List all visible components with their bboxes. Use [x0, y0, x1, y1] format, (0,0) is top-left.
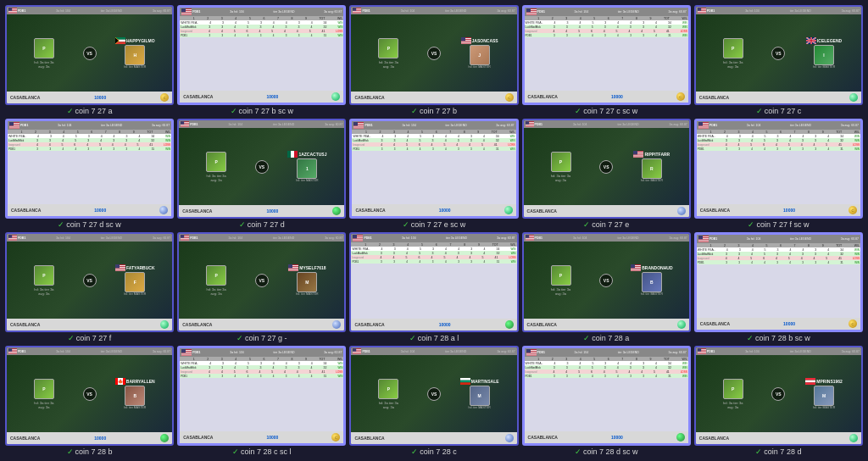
- svg-rect-93: [8, 240, 17, 241]
- card-label: ✓coin 7 27 e sc w: [403, 220, 466, 229]
- svg-rect-117: [353, 241, 363, 242]
- svg-rect-124: [526, 235, 529, 238]
- svg-rect-99: [115, 270, 125, 271]
- card-item[interactable]: PDB1 3a hd: 104 tier 3a LEGEND 3a avg: 6…: [5, 346, 174, 456]
- course-link[interactable]: 10000: [783, 321, 795, 326]
- card-item[interactable]: PDB1 3a hd: 104 tier 3a LEGEND 3a avg: 6…: [177, 119, 346, 229]
- card-item[interactable]: PDB1 3a hd: 104tier 3a LEGEND3a avg: 60.…: [694, 232, 863, 342]
- svg-rect-86: [698, 126, 709, 127]
- svg-rect-98: [115, 269, 125, 269]
- course-link[interactable]: 10000: [439, 322, 451, 327]
- svg-rect-54: [9, 128, 19, 129]
- card-item[interactable]: PDB1 3a hd: 104 tier 3a LEGEND 3a avg: 6…: [5, 232, 174, 342]
- svg-rect-128: [631, 269, 641, 269]
- card-label: ✓coin 7 27 d: [239, 220, 285, 229]
- label-text: coin 7 27 c sc w: [583, 107, 637, 115]
- course-link[interactable]: 10000: [783, 208, 795, 213]
- svg-rect-26: [461, 42, 471, 42]
- card-item[interactable]: PDB1 3a hd: 104 tier 3a LEGEND 3a avg: 6…: [694, 346, 863, 456]
- card-item[interactable]: PDB1 3a hd: 104tier 3a LEGEND3a avg: 60.…: [349, 119, 518, 229]
- svg-rect-69: [353, 128, 364, 129]
- svg-rect-64: [294, 151, 298, 158]
- check-icon: ✓: [583, 220, 590, 229]
- card-item[interactable]: PDB1 3a hd: 104tier 3a LEGEND3a avg: 60.…: [177, 5, 346, 115]
- card-item[interactable]: PDB1 3a hd: 104 tier 3a LEGEND 3a avg: 6…: [5, 5, 174, 115]
- svg-rect-118: [353, 235, 357, 238]
- card-item[interactable]: PDB1 3a hd: 104tier 3a LEGEND3a avg: 60.…: [177, 346, 346, 456]
- label-text: coin 7 28 d sc w: [583, 447, 638, 456]
- svg-rect-75: [526, 126, 534, 127]
- card-item[interactable]: PDB1 3a hd: 104 tier 3a LEGEND 3a avg: 6…: [349, 5, 518, 115]
- svg-rect-81: [633, 157, 643, 158]
- svg-rect-16: [181, 8, 186, 12]
- course-name: CASABLANCA: [527, 208, 557, 214]
- check-icon: ✓: [411, 107, 418, 115]
- svg-rect-174: [805, 378, 815, 380]
- card-label: ✓coin 7 27 d sc w: [58, 220, 121, 229]
- course-link[interactable]: 10000: [439, 208, 451, 213]
- card-item[interactable]: PDB1 3a hd: 104 tier 3a LEGEND 3a avg: 6…: [349, 346, 518, 456]
- course-name: CASABLANCA: [182, 208, 212, 214]
- svg-rect-165: [526, 353, 537, 354]
- card-item[interactable]: PDB1 3a hd: 104tier 3a LEGEND3a avg: 60.…: [349, 232, 518, 342]
- check-icon: ✓: [748, 220, 754, 229]
- card-label: ✓coin 7 28 b: [67, 447, 113, 456]
- svg-rect-106: [181, 235, 184, 238]
- label-text: coin 7 28 b: [75, 447, 113, 456]
- course-link[interactable]: 10000: [94, 95, 106, 100]
- course-link[interactable]: 10000: [266, 94, 278, 99]
- svg-rect-14: [181, 13, 192, 14]
- card-item[interactable]: PDB1 3a hd: 104 tier 3a LEGEND 3a avg: 6…: [694, 5, 863, 115]
- course-link[interactable]: 10000: [266, 435, 278, 440]
- svg-rect-28: [461, 37, 465, 41]
- course-link[interactable]: 10000: [611, 94, 623, 99]
- course-link[interactable]: 10000: [94, 208, 106, 213]
- label-text: coin 7 27 b sc w: [239, 107, 294, 115]
- svg-rect-5: [8, 8, 12, 11]
- course-link[interactable]: 10000: [94, 436, 106, 441]
- check-icon: ✓: [575, 447, 581, 456]
- svg-rect-111: [288, 270, 298, 271]
- svg-rect-136: [698, 236, 703, 239]
- svg-rect-151: [181, 355, 192, 356]
- label-text: coin 7 28 a l: [418, 334, 459, 342]
- card-label: ✓coin 7 28 b sc w: [747, 334, 810, 342]
- card-item[interactable]: PDB1 3a hd: 104tier 3a LEGEND3a avg: 60.…: [522, 5, 691, 115]
- check-icon: ✓: [409, 334, 416, 342]
- check-icon: ✓: [68, 334, 75, 342]
- svg-rect-22: [353, 8, 356, 11]
- svg-rect-21: [353, 13, 361, 14]
- svg-rect-116: [353, 239, 363, 240]
- card-label: ✓coin 7 27 a: [67, 107, 113, 115]
- card-item[interactable]: PDB1 3a hd: 104 tier 3a LEGEND 3a avg: 6…: [177, 232, 346, 342]
- svg-rect-55: [9, 122, 14, 125]
- card-label: ✓coin 7 27 b: [411, 107, 457, 115]
- card-item[interactable]: PDB1 3a hd: 104 tier 3a LEGEND 3a avg: 6…: [522, 232, 691, 342]
- check-icon: ✓: [756, 107, 763, 115]
- card-item[interactable]: PDB1 3a hd: 104 tier 3a LEGEND 3a avg: 6…: [522, 119, 691, 229]
- svg-rect-142: [8, 348, 12, 352]
- svg-rect-145: [123, 378, 125, 385]
- svg-rect-141: [8, 353, 17, 354]
- svg-rect-130: [631, 264, 635, 268]
- course-name: CASABLANCA: [527, 322, 557, 327]
- svg-rect-156: [353, 352, 361, 353]
- check-icon: ✓: [232, 447, 239, 456]
- course-name: CASABLANCA: [182, 322, 212, 327]
- label-text: coin 7 27 e: [592, 220, 629, 229]
- card-item[interactable]: PDB1 3a hd: 104tier 3a LEGEND3a avg: 60.…: [694, 119, 863, 229]
- card-label: ✓coin 7 27 e: [583, 220, 629, 229]
- course-link[interactable]: 10000: [266, 208, 278, 214]
- course-name: CASABLANCA: [10, 436, 40, 441]
- card-item[interactable]: PDB1 3a hd: 104tier 3a LEGEND3a avg: 60.…: [5, 119, 174, 229]
- svg-rect-39: [698, 13, 706, 14]
- label-text: coin 7 27 g -: [245, 334, 287, 342]
- card-item[interactable]: PDB1 3a hd: 104tier 3a LEGEND3a avg: 60.…: [522, 346, 691, 456]
- svg-rect-62: [287, 151, 291, 158]
- course-link[interactable]: 10000: [611, 435, 623, 440]
- card-label: ✓coin 7 27 c: [756, 107, 802, 115]
- course-name: CASABLANCA: [354, 436, 384, 441]
- course-name: CASABLANCA: [528, 94, 558, 99]
- svg-rect-100: [115, 264, 120, 268]
- course-name: CASABLANCA: [528, 435, 558, 440]
